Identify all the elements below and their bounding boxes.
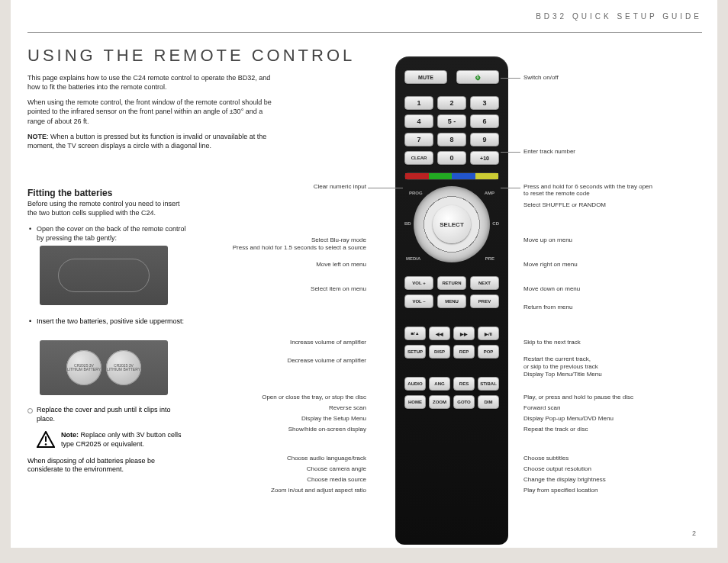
intro-p3: NOTE: When a button is pressed but its f… xyxy=(27,132,279,150)
power-button: ⏻ xyxy=(456,70,499,84)
lbl-sel-item: Select item on menu xyxy=(311,285,366,292)
lbl-move-right: Move right on menu xyxy=(523,261,578,268)
select-button: SELECT xyxy=(433,205,471,243)
num-5: 5 - xyxy=(437,114,466,128)
stbal-button: ST/BAL xyxy=(478,377,499,391)
leader xyxy=(368,188,403,188)
volp-button: VOL + xyxy=(404,276,433,290)
media-label: MEDIA xyxy=(406,256,420,261)
menu-button: MENU xyxy=(437,294,466,308)
rep-button: REP xyxy=(453,345,475,359)
num-2: 2 xyxy=(437,96,466,110)
num-9: 9 xyxy=(470,133,499,146)
fwd-button: ▶▶ xyxy=(453,327,475,340)
num-7: 7 xyxy=(404,133,433,146)
svg-point-1 xyxy=(45,444,47,446)
stop-button: ■/▲ xyxy=(404,327,426,340)
cell-2: CR2025 3V LITHIUM BATTERY xyxy=(106,350,141,385)
fitting-b2-wrap: Insert the two batteries, positive side … xyxy=(27,317,188,327)
lbl-disp-top: Display Top Menu/Title Menu xyxy=(523,371,602,378)
lbl-move-left: Move left on menu xyxy=(316,261,366,268)
audio-button: AUDIO xyxy=(404,377,426,391)
lbl-inc-vol: Increase volume of amplifier xyxy=(290,339,366,346)
lbl-enter-track: Enter track number xyxy=(523,148,575,155)
lbl-switch: Switch on/off xyxy=(523,74,559,81)
dispose-note: When disposing of old batteries please b… xyxy=(27,457,188,475)
next-button: NEXT xyxy=(470,276,499,290)
remote-control: MUTE ⏻ 123 45 -6 789 CLEAR0+10 SELECT PR… xyxy=(395,56,508,545)
volm-button: VOL – xyxy=(404,294,433,308)
color-bar xyxy=(404,172,499,180)
play-button: ▶/II xyxy=(478,327,499,340)
return-button: RETURN xyxy=(437,276,466,290)
warning-icon xyxy=(37,431,55,448)
page-title: USING THE REMOTE CONTROL xyxy=(27,46,355,66)
leader xyxy=(501,188,520,188)
nav-pad: SELECT PROG AMP BD CD MEDIA PRE xyxy=(404,186,499,262)
lbl-choose-audio: Choose audio language/track xyxy=(287,455,366,462)
divider xyxy=(27,32,702,33)
intro-text: This page explains how to use the C24 re… xyxy=(27,73,279,156)
lbl-restart1: Restart the current track, xyxy=(523,355,591,362)
prev-button: PREV xyxy=(470,294,499,308)
lbl-skip-next: Skip to the next track xyxy=(523,339,581,346)
mute-button: MUTE xyxy=(404,70,447,84)
page-number: 2 xyxy=(692,529,696,537)
leader xyxy=(501,152,520,153)
fitting-lead: Before using the remote control you need… xyxy=(27,200,188,248)
home-button: HOME xyxy=(404,395,426,409)
num-4: 4 xyxy=(404,114,433,128)
lbl-choose-media: Choose media source xyxy=(307,476,366,483)
lbl-show-hide: Show/hide on-screen display xyxy=(288,426,366,433)
pop-button: POP xyxy=(478,345,499,359)
prog-label: PROG xyxy=(409,191,423,195)
intro-p1: This page explains how to use the C24 re… xyxy=(27,73,279,92)
res-button: RES xyxy=(453,377,475,391)
dim-button: DIM xyxy=(478,395,499,409)
rev-button: ◀◀ xyxy=(429,327,450,340)
lbl-fwd-scan: Forward scan xyxy=(523,404,560,411)
disp-button: DISP xyxy=(429,345,450,359)
lbl-sel-blu2: Press and hold for 1.5 seconds to select… xyxy=(233,244,366,251)
goto-button: GOTO xyxy=(453,395,475,409)
lbl-play-pause: Play, or press and hold to pause the dis… xyxy=(523,394,633,401)
leader xyxy=(501,78,520,79)
num-6: 6 xyxy=(470,114,499,128)
lbl-shuffle: Select SHUFFLE or RANDOM xyxy=(523,201,606,208)
amp-label: AMP xyxy=(485,191,494,195)
lbl-open-tray: Open or close the tray, or stop the disc xyxy=(262,394,366,401)
lbl-zoom: Zoom in/out and adjust aspect ratio xyxy=(271,487,366,494)
lbl-subtitles: Choose subtitles xyxy=(523,455,569,462)
zoom-button: ZOOM xyxy=(429,395,450,409)
lbl-repeat: Repeat the track or disc xyxy=(523,426,588,433)
lbl-setup-menu: Display the Setup Menu xyxy=(301,415,366,422)
num-3: 3 xyxy=(470,96,499,110)
num-1: 1 xyxy=(404,96,433,110)
lbl-return: Return from menu xyxy=(523,304,572,310)
cd-label: CD xyxy=(492,221,499,226)
lbl-press-hold: Press and hold for 6 seconds with the tr… xyxy=(523,183,653,197)
lbl-popup: Display Pop-up Menu/DVD Menu xyxy=(523,415,614,422)
lbl-rev-scan: Reverse scan xyxy=(329,404,366,411)
bd-label: BD xyxy=(404,221,411,226)
lbl-play-from: Play from specified location xyxy=(523,487,598,494)
lbl-restart2: or skip to the previous track xyxy=(523,363,598,370)
lbl-output-res: Choose output resolution xyxy=(523,465,591,472)
lbl-clear-num: Clear numeric input xyxy=(314,183,366,190)
lbl-choose-angle: Choose camera angle xyxy=(307,465,366,472)
setup-button: SETUP xyxy=(404,345,426,359)
intro-p2: When using the remote control, the front… xyxy=(27,98,279,125)
pre-label: PRE xyxy=(485,256,494,261)
fitting-b2: Insert the two batteries, positive side … xyxy=(27,317,188,327)
fitting-heading: Fitting the batteries xyxy=(27,188,112,198)
lbl-move-up: Move up on menu xyxy=(523,236,572,243)
header-breadcrumb: BD32 QUICK SETUP GUIDE xyxy=(536,12,702,21)
lbl-dec-vol: Decrease volume of amplifier xyxy=(287,357,366,364)
fitting-b1: Open the cover on the back of the remote… xyxy=(27,225,188,243)
lbl-move-down: Move down on menu xyxy=(523,285,580,292)
cell-1: CR2025 3V LITHIUM BATTERY xyxy=(66,350,101,385)
lbl-brightness: Change the display brightness xyxy=(523,476,606,483)
ang-button: ANG xyxy=(429,377,450,391)
fitting-b3: Replace the cover and push until it clip… xyxy=(27,406,188,423)
lbl-sel-blu1: Select Blu-ray mode xyxy=(311,236,366,243)
